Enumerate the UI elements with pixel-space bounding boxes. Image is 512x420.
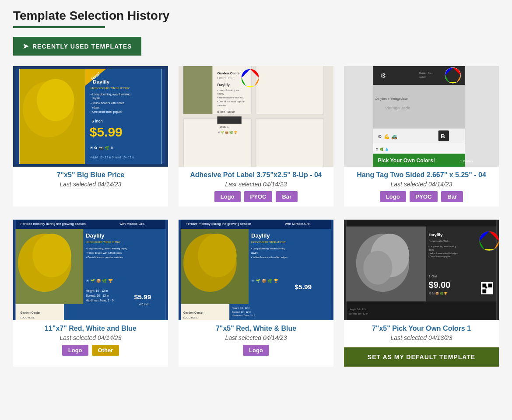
- template-card-1: New! Daylily Hemerocallis 'Stella d' Oro…: [13, 66, 168, 206]
- card-title-2: Adhesive Pot Label 3.75"x2.5" 8-Up - 04: [186, 171, 326, 179]
- card-title-4: 11"x7" Red, White and Blue: [41, 325, 140, 332]
- card-tags-4: Logo Other: [62, 345, 119, 356]
- template-image-4[interactable]: Fertilize monthly during the growing sea…: [13, 220, 168, 320]
- svg-text:• Yellow flowers with ruffled : • Yellow flowers with ruffled edges: [86, 251, 122, 254]
- svg-text:edges: edges: [92, 106, 99, 109]
- svg-text:• One of the most popular: • One of the most popular: [91, 111, 123, 114]
- svg-text:Spread: 10 - 12 in: Spread: 10 - 12 in: [232, 310, 251, 313]
- svg-text:Height: 10 - 12 in: Height: 10 - 12 in: [349, 308, 367, 311]
- card-tags-5: Logo: [243, 345, 269, 356]
- template-image-6[interactable]: Daylily Hemerocallis 'Stel... • Long-blo…: [344, 220, 499, 320]
- svg-text:15689-1: 15689-1: [220, 125, 228, 128]
- svg-text:$9.00: $9.00: [429, 280, 451, 290]
- card-title-3: Hang Tag Two Sided 2.667" x 5.25" - 04: [353, 171, 490, 179]
- svg-text:daylily: daylily: [251, 251, 258, 254]
- tag-bar-2: Bar: [276, 191, 298, 202]
- svg-text:• Long-blooming, award winning: • Long-blooming, award winning: [91, 93, 130, 96]
- card-title-5: 7"x5" Red, White & Blue: [212, 325, 300, 332]
- template-image-3[interactable]: ⚙ Garden Ce... media® Vintage Jade Disty…: [344, 66, 499, 167]
- svg-text:• Yellow flowers with ruf...: • Yellow flowers with ruf...: [217, 96, 245, 99]
- svg-text:Garden Center: Garden Center: [21, 311, 41, 314]
- svg-text:Hemerocallis 'Stella d' Oro': Hemerocallis 'Stella d' Oro': [251, 241, 286, 244]
- template-image-5[interactable]: Fertilize monthly during the growing sea…: [179, 220, 333, 320]
- template-image-2[interactable]: Garden Center LOGO HERE Daylily • Long-b…: [179, 66, 333, 167]
- svg-text:• Yellow flowers with ruffled: • Yellow flowers with ruffled: [91, 102, 124, 105]
- svg-text:Garden Center: Garden Center: [217, 71, 241, 75]
- svg-text:Hemerocallis 'Stella d' Oro': Hemerocallis 'Stella d' Oro': [86, 241, 120, 244]
- svg-text:• One of the most popular vari: • One of the most popular varieties: [86, 256, 123, 258]
- svg-text:⚙ 💪 🚜: ⚙ 💪 🚜: [378, 133, 397, 140]
- svg-text:☀ 🌱 📦 🌿 🏆: ☀ 🌱 📦 🌿 🏆: [86, 278, 113, 284]
- svg-text:with Miracle-Gro.: with Miracle-Gro.: [119, 222, 145, 226]
- svg-text:daylily: daylily: [429, 249, 435, 251]
- svg-text:4.5 inch: 4.5 inch: [139, 303, 150, 306]
- card-tags-3: Logo PYOC Bar: [380, 191, 463, 202]
- svg-text:LOGO HERE: LOGO HERE: [183, 316, 198, 319]
- card-date-5: Last selected 04/14/23: [225, 334, 287, 341]
- svg-rect-126: [485, 287, 487, 288]
- template-image-1[interactable]: New! Daylily Hemerocallis 'Stella d' Oro…: [13, 66, 168, 167]
- svg-text:Spread: 10 - 12 in: Spread: 10 - 12 in: [349, 312, 368, 315]
- svg-text:☀ ✿ 📷 🌿 ❄: ☀ ✿ 📷 🌿 ❄: [90, 146, 114, 150]
- tag-logo-2: Logo: [214, 191, 241, 202]
- svg-text:• One of the most popular: • One of the most popular: [217, 100, 245, 103]
- svg-rect-42: [417, 68, 460, 82]
- svg-text:media®: media®: [419, 76, 426, 78]
- card-date-2: Last selected 04/14/23: [225, 181, 287, 188]
- svg-text:• One of the most popular: • One of the most popular: [429, 256, 451, 258]
- card-date-3: Last selected 04/14/23: [391, 181, 452, 188]
- svg-rect-124: [488, 284, 492, 287]
- svg-text:daylily: daylily: [217, 92, 224, 95]
- svg-text:B: B: [441, 133, 445, 140]
- svg-text:⚙ M 📦 🌿 🏆: ⚙ M 📦 🌿 🏆: [429, 291, 448, 295]
- svg-text:Daylily: Daylily: [217, 82, 230, 87]
- card-date-6: Last selected 04/13/23: [391, 334, 452, 341]
- svg-text:Daylily: Daylily: [251, 232, 270, 239]
- recently-used-label: RECENTLY USED TEMPLATES: [32, 43, 132, 50]
- title-underline: [13, 26, 105, 28]
- svg-text:⚙ 🌿 💧: ⚙ 🌿 💧: [375, 147, 389, 151]
- svg-text:Daylily: Daylily: [86, 232, 105, 239]
- svg-text:$5.99: $5.99: [295, 283, 312, 290]
- tag-logo-3: Logo: [380, 191, 406, 202]
- svg-text:Pick Your Own Colors!: Pick Your Own Colors!: [378, 158, 435, 164]
- svg-text:LOGO HERE: LOGO HERE: [217, 77, 235, 80]
- svg-point-89: [198, 234, 237, 277]
- template-card-4: Fertilize monthly during the growing sea…: [13, 220, 168, 367]
- set-default-button[interactable]: SET AS MY DEFAULT TEMPLATE: [344, 347, 499, 367]
- svg-text:Garden Center: Garden Center: [183, 311, 203, 314]
- svg-rect-22: [183, 119, 251, 167]
- svg-text:Fertilize monthly during the g: Fertilize monthly during the growing sea…: [186, 222, 251, 226]
- svg-text:$5.99: $5.99: [134, 293, 151, 300]
- svg-text:Spread: 10 - 12 in: Spread: 10 - 12 in: [86, 294, 109, 298]
- svg-text:• Long-blooming, award winning: • Long-blooming, award winning daylily: [86, 247, 127, 249]
- tag-bar-3: Bar: [441, 191, 463, 202]
- svg-text:1 Gallon: 1 Gallon: [460, 159, 473, 163]
- svg-text:Hemerocallis 'Stel...: Hemerocallis 'Stel...: [429, 240, 450, 242]
- svg-rect-65: [83, 229, 165, 304]
- svg-text:daylily: daylily: [92, 97, 100, 101]
- svg-text:Fertilize monthly during the g: Fertilize monthly during the growing sea…: [21, 222, 86, 226]
- card-title-6: 7"x5" Pick Your Own Colors 1: [368, 325, 474, 332]
- templates-grid: New! Daylily Hemerocallis 'Stella d' Oro…: [13, 66, 499, 367]
- recently-used-button[interactable]: ➤ RECENTLY USED TEMPLATES: [13, 37, 141, 56]
- svg-text:$5.99: $5.99: [90, 125, 123, 139]
- svg-rect-21: [256, 66, 324, 114]
- tag-other-4: Other: [92, 345, 119, 356]
- tag-pyoc-2: PYOC: [244, 191, 273, 202]
- svg-text:Hemerocallis 'Stella d' Oro': Hemerocallis 'Stella d' Oro': [91, 86, 130, 90]
- template-card-2: Garden Center LOGO HERE Daylily • Long-b…: [179, 66, 333, 206]
- svg-point-64: [32, 234, 71, 277]
- svg-rect-23: [256, 119, 324, 167]
- svg-text:• Yellow flowers with ruffled : • Yellow flowers with ruffled edges: [251, 256, 288, 258]
- tag-pyoc-3: PYOC: [410, 191, 438, 202]
- card-title-1: 7"x5" Big Blue Price: [53, 171, 128, 179]
- page-title: Template Selection History: [13, 9, 499, 23]
- tag-logo-4: Logo: [62, 345, 88, 356]
- template-card-3: ⚙ Garden Ce... media® Vintage Jade Disty…: [344, 66, 499, 206]
- svg-text:☀ 🌱 📦 🌿 🏆: ☀ 🌱 📦 🌿 🏆: [217, 130, 238, 134]
- arrow-icon: ➤: [23, 42, 29, 50]
- svg-text:☀ 🌱 📦 🌿 🏆: ☀ 🌱 📦 🌿 🏆: [251, 278, 279, 284]
- template-card-5: Fertilize monthly during the growing sea…: [179, 220, 333, 367]
- svg-text:⚙: ⚙: [380, 72, 386, 79]
